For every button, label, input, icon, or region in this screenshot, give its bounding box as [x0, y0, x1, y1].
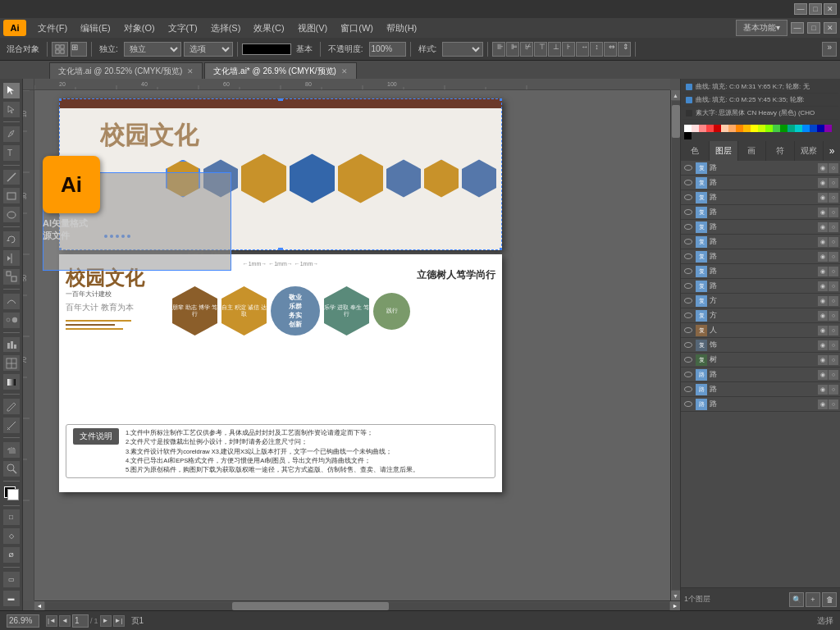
vertical-scrollbar[interactable]: ▲ ▼: [670, 90, 680, 600]
column-graph-tool[interactable]: [2, 336, 21, 354]
layer-vis-btn[interactable]: ◉: [818, 296, 828, 306]
toolbar-extra-select[interactable]: 选项: [184, 42, 233, 57]
layer-vis-btn[interactable]: ◉: [818, 193, 828, 203]
palette-green-light[interactable]: [765, 125, 773, 132]
measure-tool[interactable]: [2, 417, 21, 434]
layer-eye[interactable]: [682, 162, 694, 174]
direct-selection-tool[interactable]: [2, 101, 21, 118]
scrollbar-up-btn[interactable]: ▲: [671, 90, 681, 100]
layer-lock-btn[interactable]: ○: [829, 296, 838, 306]
layer-row[interactable]: 路 路 ◉ ○: [681, 382, 840, 397]
layer-eye[interactable]: [682, 177, 694, 189]
normal-screen-btn[interactable]: ▭: [2, 571, 21, 588]
layer-row[interactable]: 复 饰 ◉ ○: [681, 338, 840, 353]
layer-row[interactable]: 复 路 ◉ ○: [681, 235, 840, 249]
align-right-btn[interactable]: ⊬: [520, 42, 533, 57]
symbol-tab[interactable]: 符: [766, 141, 795, 161]
handle-tr[interactable]: [500, 98, 502, 101]
palette-pink[interactable]: [699, 125, 706, 132]
dist-h2-btn[interactable]: ⇔: [604, 42, 617, 57]
page-first-btn[interactable]: |◄: [46, 615, 57, 627]
add-layer-btn[interactable]: +: [806, 592, 820, 607]
hscroll-thumb[interactable]: [232, 602, 388, 610]
handle-bm[interactable]: [278, 248, 283, 250]
menu-view[interactable]: 视图(V): [291, 21, 335, 36]
palette-black[interactable]: [684, 132, 692, 139]
layer-lock-btn[interactable]: ○: [829, 385, 838, 395]
layer-lock-btn[interactable]: ○: [829, 267, 838, 276]
observe-tab[interactable]: 观察: [795, 141, 824, 161]
layer-lock-btn[interactable]: ○: [829, 370, 838, 380]
layer-tab[interactable]: 图层: [710, 141, 738, 161]
hex-6[interactable]: [386, 160, 421, 198]
palette-peach[interactable]: [721, 125, 728, 132]
layer-eye[interactable]: [682, 251, 694, 262]
reflect-tool[interactable]: [2, 249, 21, 267]
align-left-btn[interactable]: ⊪: [492, 42, 505, 57]
layer-lock-btn[interactable]: ○: [829, 178, 838, 188]
layer-eye[interactable]: [682, 207, 694, 218]
brush-tab[interactable]: 画: [738, 141, 767, 161]
maximize-button[interactable]: □: [809, 3, 822, 15]
hscroll-right-btn[interactable]: ►: [670, 601, 680, 611]
hscroll-track[interactable]: [45, 602, 669, 610]
blend-tool[interactable]: [2, 312, 21, 329]
minimize-button[interactable]: —: [794, 3, 807, 15]
ellipse-tool[interactable]: [2, 206, 21, 223]
opacity-input[interactable]: [369, 42, 406, 57]
layer-eye[interactable]: [682, 325, 694, 336]
layer-row[interactable]: 路 路 ◉ ○: [681, 397, 840, 412]
close-button[interactable]: ✕: [824, 3, 837, 15]
layer-lock-btn[interactable]: ○: [829, 311, 838, 321]
layer-row[interactable]: 复 路 ◉ ○: [681, 264, 840, 279]
tab1-close[interactable]: ✕: [187, 67, 194, 75]
canvas-drawing-area[interactable]: 成唐设计原创作品 我图网络独家发布 成唐设计原创作品 我图网络独家发布 Ai A…: [34, 90, 670, 600]
layer-lock-btn[interactable]: ○: [829, 163, 838, 173]
align-center-btn[interactable]: ⊫: [506, 42, 519, 57]
layer-eye[interactable]: [682, 340, 694, 351]
palette-orange[interactable]: [736, 125, 743, 132]
layer-row[interactable]: 复 树 ◉ ○: [681, 353, 840, 368]
none-mode-btn[interactable]: Ø: [2, 546, 21, 564]
palette-pink-light[interactable]: [692, 125, 699, 132]
expand-btn[interactable]: »: [822, 42, 837, 57]
dist-h-btn[interactable]: ↔: [576, 42, 589, 57]
hex-4[interactable]: [290, 154, 335, 203]
layer-eye[interactable]: [682, 221, 694, 233]
palette-cyan[interactable]: [795, 125, 802, 132]
layer-vis-btn[interactable]: ◉: [818, 311, 828, 321]
palette-yellow-orange[interactable]: [743, 125, 751, 132]
line-tool[interactable]: [2, 169, 21, 186]
zoom-input[interactable]: [7, 614, 39, 628]
workspace-button[interactable]: 基本功能▾: [736, 20, 788, 36]
layer-vis-btn[interactable]: ◉: [818, 222, 828, 232]
layer-lock-btn[interactable]: ○: [829, 355, 838, 365]
menu-window[interactable]: 窗口(W): [334, 21, 380, 36]
panel-expand-btn[interactable]: »: [824, 141, 840, 161]
layer-vis-btn[interactable]: ◉: [818, 370, 828, 380]
layer-eye[interactable]: [682, 295, 694, 307]
layer-vis-btn[interactable]: ◉: [818, 355, 828, 365]
layer-eye[interactable]: [682, 192, 694, 203]
layer-eye[interactable]: [682, 384, 694, 395]
palette-orange-light[interactable]: [728, 125, 736, 132]
max-btn[interactable]: □: [807, 22, 820, 34]
layer-row[interactable]: 复 人 ◉ ○: [681, 323, 840, 338]
palette-green[interactable]: [773, 125, 780, 132]
type-tool[interactable]: T: [2, 144, 21, 162]
document-page-2[interactable]: ←1mm→ ←1mm→ ←1mm→ 校园文化 一百年大计建校 百年大计 教育为本: [59, 254, 502, 492]
page-next-btn[interactable]: ►: [100, 615, 112, 627]
layer-vis-btn[interactable]: ◉: [818, 208, 828, 217]
palette-dark-blue[interactable]: [817, 125, 824, 132]
horizontal-scrollbar[interactable]: ◄ ►: [34, 600, 680, 610]
palette-sky[interactable]: [802, 125, 810, 132]
layer-eye[interactable]: [682, 310, 694, 322]
fill-mode-btn[interactable]: □: [2, 509, 21, 526]
hscroll-left-btn[interactable]: ◄: [34, 601, 44, 611]
handle-tm[interactable]: [278, 98, 283, 101]
menu-select[interactable]: 选择(S): [204, 21, 248, 36]
delete-layer-btn[interactable]: 🗑: [822, 592, 837, 607]
rotate-tool[interactable]: [2, 231, 21, 248]
gradient-tool[interactable]: [2, 373, 21, 390]
search-layer-btn[interactable]: 🔍: [789, 592, 804, 607]
